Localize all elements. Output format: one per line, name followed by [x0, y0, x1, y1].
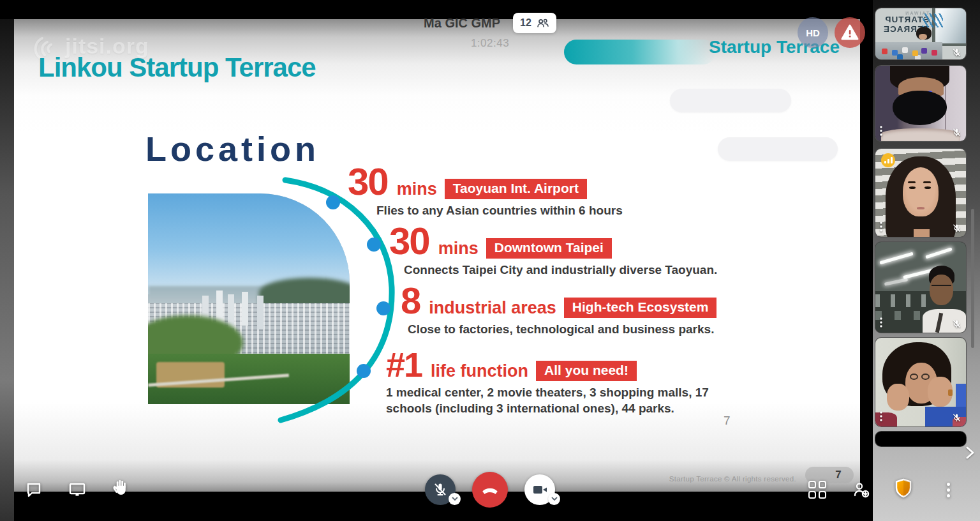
participant-thumbnail[interactable]	[875, 241, 967, 333]
fact-airport: 30 mins Taoyuan Int. Airport Flies to an…	[348, 163, 623, 218]
fact-description: Close to factories, technological and bu…	[408, 321, 716, 337]
shared-screen-stage: jitsi.org Linkou Startup Terrace Startup…	[0, 0, 873, 521]
screen-share-icon	[68, 481, 86, 498]
thumbnail-menu-icon[interactable]	[880, 411, 882, 421]
glasses	[910, 374, 918, 380]
filmstrip-collapse-button[interactable]	[963, 446, 976, 462]
filmstrip-scrollbar[interactable]	[971, 209, 974, 348]
slide-copyright: Startup Terrace © All rights reserved.	[669, 475, 796, 483]
fact-badge: High-tech Ecosystem	[564, 298, 717, 318]
participant-count-badge[interactable]: 12	[513, 13, 556, 33]
camera-button[interactable]	[524, 474, 555, 505]
connection-quality-badge[interactable]	[881, 153, 895, 167]
fact-description: Connects Taipei City and industrially di…	[404, 262, 717, 278]
muted-microphone-icon	[952, 48, 961, 57]
add-person-button[interactable]	[852, 480, 871, 499]
fact-number: 30	[389, 222, 429, 260]
camera-icon	[531, 482, 548, 497]
add-person-icon	[852, 481, 870, 499]
arc-dot	[326, 195, 340, 209]
jitsi-meeting-window: { "meeting": { "title": "Ma GIC GMP", "p…	[0, 0, 980, 521]
chat-icon	[26, 481, 42, 498]
fact-number: #1	[386, 347, 422, 382]
sticker-laptop	[875, 42, 942, 59]
fact-badge: Downtown Taipei	[486, 238, 612, 259]
muted-microphone-icon	[952, 223, 961, 233]
fact-description: Flies to any Asian countries within 6 ho…	[376, 202, 623, 218]
participant-thumbnail[interactable]	[875, 65, 967, 142]
participant-thumbnail[interactable]: TAIWAN STARTUP TERRACE	[875, 8, 967, 60]
muted-microphone-icon	[952, 319, 961, 329]
thumbnail-menu-icon[interactable]	[880, 222, 882, 232]
tile-view-icon	[808, 481, 826, 499]
fact-description: 1 medical center, 2 movie theaters, 3 sh…	[386, 384, 734, 416]
thumbnail-menu-icon[interactable]	[880, 126, 882, 136]
chevron-down-icon	[551, 497, 558, 501]
fact-unit: industrial areas	[429, 298, 556, 318]
microphone-options-chevron[interactable]	[449, 493, 461, 505]
raise-hand-icon	[112, 478, 129, 497]
fact-downtown: 30 mins Downtown Taipei Connects Taipei …	[389, 222, 717, 278]
fact-life-function: #1 life function All you need! 1 medical…	[386, 347, 734, 416]
chevron-down-icon	[452, 497, 458, 501]
participant-thumbnail[interactable]	[875, 148, 967, 238]
hd-quality-badge[interactable]: HD	[798, 17, 828, 48]
fact-industrial: 8 industrial areas High-tech Ecosystem C…	[401, 282, 716, 337]
page-overlay-number: 7	[835, 469, 841, 481]
fact-unit: life function	[431, 361, 528, 381]
screen-share-button[interactable]	[68, 480, 87, 499]
hang-up-button[interactable]	[472, 472, 508, 508]
chevron-right-icon	[963, 446, 976, 460]
camera-options-chevron[interactable]	[548, 493, 560, 505]
face-mask	[893, 91, 947, 125]
arc-dot	[376, 301, 390, 315]
hd-label: HD	[806, 27, 820, 38]
arc-dot	[357, 364, 371, 378]
fact-unit: mins	[438, 239, 479, 259]
fact-number: 8	[401, 282, 420, 319]
meeting-timer: 1:02:43	[0, 37, 980, 50]
muted-microphone-icon	[952, 128, 961, 137]
warning-triangle-icon	[840, 24, 859, 42]
chat-button[interactable]	[24, 480, 43, 499]
share-window-edge	[0, 19, 14, 521]
thumbnail-menu-icon[interactable]	[880, 317, 882, 328]
arc-dot	[367, 238, 381, 252]
fact-number: 30	[348, 163, 388, 201]
microphone-muted-button[interactable]	[425, 474, 456, 505]
hang-up-icon	[480, 479, 500, 500]
fact-badge: Taoyuan Int. Airport	[445, 179, 587, 199]
shared-presentation-slide: jitsi.org Linkou Startup Terrace Startup…	[14, 19, 860, 492]
participant-count: 12	[520, 17, 531, 29]
tile-view-button[interactable]	[808, 480, 827, 499]
glasses	[932, 283, 951, 286]
muted-microphone-icon	[952, 413, 961, 423]
participants-icon	[537, 17, 549, 29]
raise-hand-button[interactable]	[111, 478, 130, 497]
fact-unit: mins	[397, 179, 437, 199]
participant-filmstrip: TAIWAN STARTUP TERRACE	[873, 0, 980, 521]
fact-badge: All you need!	[536, 361, 637, 381]
microphone-muted-icon	[433, 482, 448, 497]
slide-page-number: 7	[724, 414, 731, 428]
participant-thumbnail[interactable]	[875, 337, 967, 427]
connection-warning-badge[interactable]	[835, 17, 865, 48]
participant-thumbnail-camera-off[interactable]	[875, 431, 967, 447]
